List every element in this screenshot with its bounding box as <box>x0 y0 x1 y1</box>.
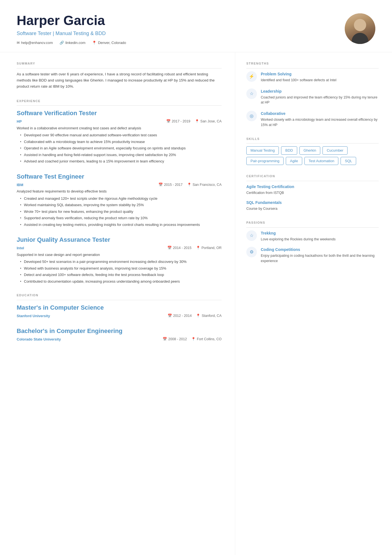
passion-content-0: Trekkng Love exploring the Rockies durin… <box>261 230 336 242</box>
passions-section: PASSIONS ☆ Trekkng Love exploring the Ro… <box>246 220 379 264</box>
calendar-icon-2: 📅 <box>167 245 172 251</box>
job-location-0: 📍 San Jose, CA <box>195 119 222 124</box>
strength-desc-0: Identified and fixed 100+ software defec… <box>261 78 336 83</box>
edu-calendar-icon-1: 📅 <box>163 337 167 342</box>
strengths-section-title: STRENGTHS <box>246 61 379 68</box>
job-company-2: Intel <box>17 245 24 251</box>
skill-tag-5: Agile <box>286 157 302 165</box>
passion-desc-0: Love exploring the Rockies during the we… <box>261 237 336 242</box>
education-section-title: EDUCATION <box>17 293 222 300</box>
cert-item-0: Agile Testing Certification Certificatio… <box>246 184 379 196</box>
edu-title-0: Master's in Computer Science <box>17 303 222 312</box>
email-icon: ✉ <box>17 40 20 46</box>
skill-tag-1: BDD <box>281 146 297 155</box>
job-dates-0: 📅 2017 - 2019 <box>166 119 190 124</box>
location-icon-0: 📍 <box>195 119 199 124</box>
summary-section: SUMMARY As a software tester with over 6… <box>17 61 222 90</box>
location-icon-2: 📍 <box>196 245 200 251</box>
bullet-2-0: Developed 50+ test scenarios in a pair-p… <box>20 259 222 265</box>
bullet-0-4: Advised and coached junior members, lead… <box>20 159 222 164</box>
skill-tag-6: Test Automation <box>304 157 339 165</box>
job-summary-0: Worked in a collaborative environment cr… <box>17 125 222 131</box>
passion-name-1: Coding Competitions <box>261 247 379 253</box>
link-icon: 🔗 <box>59 40 64 46</box>
job-title-1: Software Test Engineer <box>17 172 222 181</box>
summary-section-title: SUMMARY <box>17 61 222 68</box>
passion-name-0: Trekkng <box>261 230 336 236</box>
header: Harper Garcia Software Tester | Manual T… <box>0 0 392 52</box>
passion-item-1: ⚙ Coding Competitions Enjoy participatin… <box>246 247 379 264</box>
job-location-2: 📍 Portland, OR <box>196 245 222 251</box>
candidate-name: Harper Garcia <box>17 13 126 28</box>
location-icon-1: 📍 <box>187 182 192 188</box>
edu-block-1: Bachelor's in Computer Engineering Color… <box>17 326 222 342</box>
cert-sub-0: Certification from ISTQB <box>246 190 379 196</box>
main-content: SUMMARY As a software tester with over 6… <box>0 52 392 555</box>
bullet-0-3: Assisted in handling and fixing field-re… <box>20 152 222 158</box>
bullet-1-1: Worked maintaining SQL databases, improv… <box>20 202 222 208</box>
header-left: Harper Garcia Software Tester | Manual T… <box>17 13 126 45</box>
strength-content-0: Problem Solving Identified and fixed 100… <box>261 71 336 83</box>
skills-section: SKILLS Manual Testing BDD Gherkin Cucumb… <box>246 137 379 165</box>
edu-dates-0: 📅 2012 - 2014 <box>168 313 192 319</box>
job-title-0: Software Verification Tester <box>17 108 222 118</box>
edu-dates-1: 📅 2008 - 2012 <box>163 337 187 342</box>
job-block-0: Software Verification Tester HP 📅 2017 -… <box>17 108 222 164</box>
strength-desc-2: Worked closely with a microbiology team … <box>261 117 379 128</box>
edu-meta-right-1: 📅 2008 - 2012 📍 Fort Collins, CO <box>163 337 222 342</box>
skill-tag-0: Manual Testing <box>246 146 279 155</box>
bullet-0-1: Collaborated with a microbiology team to… <box>20 139 222 145</box>
bullet-2-2: Detect and analyzed 100+ software defect… <box>20 272 222 278</box>
job-dates-1: 📅 2015 - 2017 <box>158 182 183 188</box>
left-column: SUMMARY As a software tester with over 6… <box>0 52 235 555</box>
skill-tag-2: Gherkin <box>299 146 321 155</box>
strength-desc-1: Coached juniors and improved the team ef… <box>261 95 379 105</box>
edu-meta-0: Stanford University 📅 2012 - 2014 📍 Stan… <box>17 313 222 319</box>
job-block-1: Software Test Engineer IBM 📅 2015 - 2017… <box>17 172 222 228</box>
job-meta-right-1: 📅 2015 - 2017 📍 San Francisco, CA <box>158 182 222 188</box>
skill-tag-7: SQL <box>341 157 356 165</box>
job-block-2: Junior Quality Assurance Tester Intel 📅 … <box>17 235 222 284</box>
resume-page: Harper Garcia Software Tester | Manual T… <box>0 0 392 555</box>
edu-location-0: 📍 Stanford, CA <box>196 313 222 319</box>
job-title-2: Junior Quality Assurance Tester <box>17 235 222 244</box>
strength-icon-0: ⚡ <box>246 71 257 82</box>
bullet-1-0: Created and managed 120+ test scripts un… <box>20 196 222 201</box>
job-bullets-1: Created and managed 120+ test scripts un… <box>17 196 222 228</box>
job-dates-2: 📅 2014 - 2015 <box>167 245 192 251</box>
edu-location-icon-0: 📍 <box>196 313 200 319</box>
calendar-icon-0: 📅 <box>166 119 171 124</box>
job-bullets-2: Developed 50+ test scenarios in a pair-p… <box>17 259 222 284</box>
skills-grid: Manual Testing BDD Gherkin Cucumber Pair… <box>246 146 379 165</box>
job-meta-0: HP 📅 2017 - 2019 📍 San Jose, CA <box>17 119 222 124</box>
edu-location-1: 📍 Fort Collins, CO <box>191 337 222 342</box>
passion-icon-0: ☆ <box>246 230 257 241</box>
profile-photo <box>345 13 375 44</box>
skills-section-title: SKILLS <box>246 137 379 144</box>
bullet-1-4: Assisted in creating key testing metrics… <box>20 222 222 228</box>
edu-meta-1: Colorado State University 📅 2008 - 2012 … <box>17 337 222 342</box>
strength-content-2: Collaborative Worked closely with a micr… <box>261 111 379 128</box>
job-meta-1: IBM 📅 2015 - 2017 📍 San Francisco, CA <box>17 182 222 188</box>
strength-item-2: ◎ Collaborative Worked closely with a mi… <box>246 111 379 128</box>
experience-section-title: EXPERIENCE <box>17 99 222 106</box>
calendar-icon-1: 📅 <box>158 182 163 188</box>
strength-name-0: Problem Solving <box>261 71 336 77</box>
cert-sub-1: Course by Coursera <box>246 206 379 211</box>
bullet-1-2: Wrote 70+ test plans for new features, e… <box>20 209 222 214</box>
experience-section: EXPERIENCE Software Verification Tester … <box>17 99 222 284</box>
job-bullets-0: Developed over 90 effective manual and a… <box>17 132 222 164</box>
certification-section: CERTIFICATION Agile Testing Certificatio… <box>246 174 379 211</box>
strength-icon-1: ☆ <box>246 88 257 99</box>
strength-content-1: Leadership Coached juniors and improved … <box>261 88 379 105</box>
job-meta-right-0: 📅 2017 - 2019 📍 San Jose, CA <box>166 119 222 124</box>
edu-school-0: Stanford University <box>17 313 50 319</box>
strength-name-1: Leadership <box>261 88 379 94</box>
passions-section-title: PASSIONS <box>246 220 379 228</box>
bullet-1-3: Supported anomaly fixes verification, re… <box>20 215 222 221</box>
strength-icon-2: ◎ <box>246 111 257 121</box>
strength-name-2: Collaborative <box>261 111 379 117</box>
edu-title-1: Bachelor's in Computer Engineering <box>17 326 222 336</box>
location-contact: 📍 Denver, Colorado <box>92 40 126 46</box>
bullet-0-2: Operated in an Agile software developmen… <box>20 145 222 151</box>
